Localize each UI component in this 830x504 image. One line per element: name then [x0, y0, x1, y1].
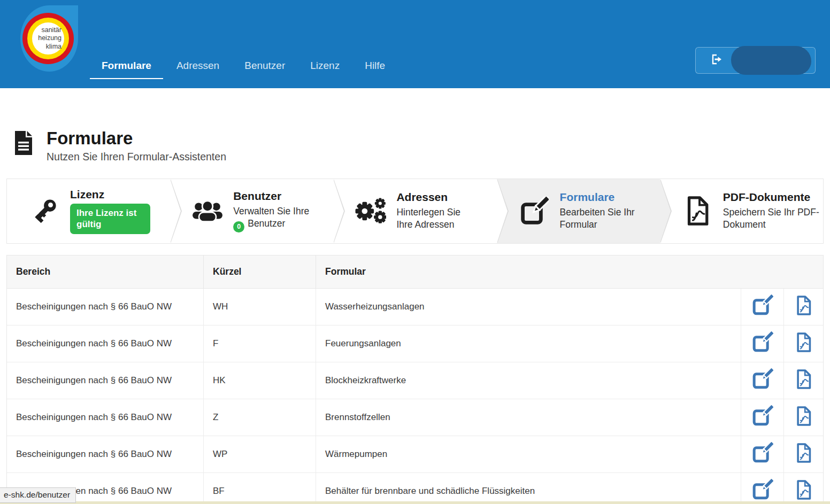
pdf-button[interactable] — [784, 325, 823, 362]
logo-drop-shape: sanitär heizung klima — [20, 5, 78, 72]
formular-cell: Wasserheizungsanlagen — [316, 289, 741, 325]
logo-line-1: sanitär — [32, 26, 64, 34]
edit-icon — [518, 197, 550, 226]
pdf-file-icon — [795, 480, 812, 502]
pdf-button[interactable] — [784, 362, 823, 399]
logo-yellow-ring: sanitär heizung klima — [27, 18, 69, 59]
edit-form-button[interactable] — [741, 473, 784, 504]
step-desc-adressen: Hinterlegen Sie Ihre Adressen — [396, 206, 477, 231]
edit-icon — [752, 405, 773, 429]
page-header: Formulare Nutzen Sie Ihren Formular-Assi… — [6, 128, 824, 163]
kuerzel-cell: BF — [204, 473, 316, 504]
table-row: Bescheinigungen nach § 66 BauO NW Z Bren… — [7, 399, 823, 436]
nav-item[interactable]: Formulare — [90, 60, 163, 79]
formular-cell: Brennstoffzellen — [316, 399, 741, 436]
logo-line-2: heizung — [32, 34, 64, 42]
logo-line-3: klima — [32, 43, 64, 51]
bottom-strip — [0, 501, 830, 504]
step-title-pdf: PDF-Dokumente — [723, 191, 819, 204]
gears-icon — [355, 198, 387, 224]
pdf-file-icon — [681, 196, 713, 226]
wizard-step-adressen[interactable]: Adressen Hinterlegen Sie Ihre Adressen — [333, 179, 496, 243]
kuerzel-cell: Z — [204, 399, 316, 436]
edit-icon — [752, 479, 773, 503]
nav-item[interactable]: Adressen — [165, 60, 231, 79]
sign-out-icon — [710, 53, 723, 68]
edit-icon — [752, 368, 773, 392]
col-header-bereich: Bereich — [7, 255, 204, 288]
pdf-file-icon — [795, 406, 812, 429]
step-title-benutzer: Benutzer — [233, 190, 309, 203]
edit-form-button[interactable] — [741, 362, 784, 399]
page-title: Formulare — [47, 128, 226, 149]
main-nav: Formulare Adressen Benutzer Lizenz Hilfe — [90, 60, 397, 79]
pdf-button[interactable] — [784, 436, 823, 472]
document-icon — [13, 130, 34, 158]
edit-form-button[interactable] — [741, 325, 784, 362]
wizard-steps: Lizenz Ihre Lizenz ist gültig — [6, 179, 824, 244]
pdf-file-icon — [795, 369, 812, 392]
forms-table: Bereich Kürzel Formular Bescheinigungen … — [6, 255, 824, 504]
logo-text: sanitär heizung klima — [32, 22, 64, 55]
formular-cell: Behälter für brennbare und schädliche Fl… — [316, 473, 741, 504]
table-row: Bescheinigungen nach § 66 BauO NW WP Wär… — [7, 436, 823, 473]
top-navbar: sanitär heizung klima Formulare Adressen — [0, 0, 830, 88]
benutzer-desc-line1: Verwalten Sie Ihre — [233, 206, 309, 216]
pdf-file-icon — [795, 296, 812, 318]
pdf-button[interactable] — [784, 473, 823, 504]
formular-cell: Feuerungsanlagen — [316, 325, 741, 362]
benutzer-desc-line2: Benutzer — [248, 218, 285, 229]
app-screen: sanitär heizung klima Formulare Adressen — [0, 0, 830, 504]
wizard-step-benutzer[interactable]: Benutzer Verwalten Sie Ihre 0Benutzer — [170, 179, 333, 243]
logout-button[interactable] — [695, 47, 816, 74]
nav-item[interactable]: Hilfe — [353, 60, 397, 79]
wizard-step-lizenz[interactable]: Lizenz Ihre Lizenz ist gültig — [7, 179, 170, 243]
bereich-cell: Bescheinigungen nach § 66 BauO NW — [7, 399, 204, 436]
pdf-file-icon — [795, 332, 812, 355]
pdf-button[interactable] — [784, 289, 823, 325]
table-body: Bescheinigungen nach § 66 BauO NW WH Was… — [7, 289, 823, 504]
nav-item-label: Benutzer — [244, 60, 285, 71]
kuerzel-cell: F — [204, 325, 316, 362]
table-row: Bescheinigungen nach § 66 BauO NW WH Was… — [7, 289, 823, 325]
nav-item-label: Hilfe — [365, 60, 385, 71]
table-row: Bescheinigungen nach § 66 BauO NW BF Beh… — [7, 473, 823, 504]
kuerzel-cell: WH — [204, 289, 316, 325]
nav-item-label: Lizenz — [310, 60, 340, 71]
users-icon — [191, 199, 224, 223]
nav-item-label: Adressen — [176, 60, 219, 71]
edit-icon — [752, 331, 773, 355]
pdf-file-icon — [795, 443, 812, 466]
nav-item[interactable]: Lizenz — [298, 60, 351, 79]
shk-logo[interactable]: sanitär heizung klima — [20, 5, 78, 72]
bereich-cell: Bescheinigungen nach § 66 BauO NW — [7, 289, 204, 325]
page-subtitle: Nutzen Sie Ihren Formular-Assistenten — [47, 151, 226, 163]
main-content: Formulare Nutzen Sie Ihren Formular-Assi… — [0, 128, 830, 504]
wizard-step-formulare[interactable]: Formulare Bearbeiten Sie Ihr Formular — [497, 179, 660, 243]
col-header-kuerzel: Kürzel — [204, 255, 316, 288]
edit-form-button[interactable] — [741, 436, 784, 472]
redacted-user-text — [731, 46, 811, 75]
edit-icon — [752, 442, 773, 466]
formular-cell: Wärmepumpen — [316, 436, 741, 472]
table-header: Bereich Kürzel Formular — [7, 255, 823, 289]
edit-form-button[interactable] — [741, 289, 784, 325]
bereich-cell: Bescheinigungen nach § 66 BauO NW — [7, 436, 204, 472]
link-preview-tooltip: e-shk.de/benutzer — [0, 487, 76, 503]
nav-item[interactable]: Benutzer — [233, 60, 297, 79]
edit-icon — [752, 294, 773, 319]
pdf-button[interactable] — [784, 399, 823, 436]
step-desc-formulare: Bearbeiten Sie Ihr Formular — [560, 206, 648, 231]
step-title-lizenz: Lizenz — [70, 188, 150, 201]
table-row: Bescheinigungen nach § 66 BauO NW HK Blo… — [7, 362, 823, 399]
bereich-cell: Bescheinigungen nach § 66 BauO NW — [7, 325, 204, 362]
user-count-badge: 0 — [233, 221, 244, 232]
nav-item-label: Formulare — [102, 60, 151, 71]
formular-cell: Blockheizkraftwerke — [316, 362, 741, 399]
edit-form-button[interactable] — [741, 399, 784, 436]
step-desc-pdf: Speichern Sie Ihr PDF-Dokument — [723, 206, 819, 231]
step-title-adressen: Adressen — [396, 191, 477, 204]
wizard-step-pdf-dokumente[interactable]: PDF-Dokumente Speichern Sie Ihr PDF-Doku… — [660, 179, 823, 243]
kuerzel-cell: HK — [204, 362, 316, 399]
logo-red-ring: sanitär heizung klima — [22, 13, 74, 64]
